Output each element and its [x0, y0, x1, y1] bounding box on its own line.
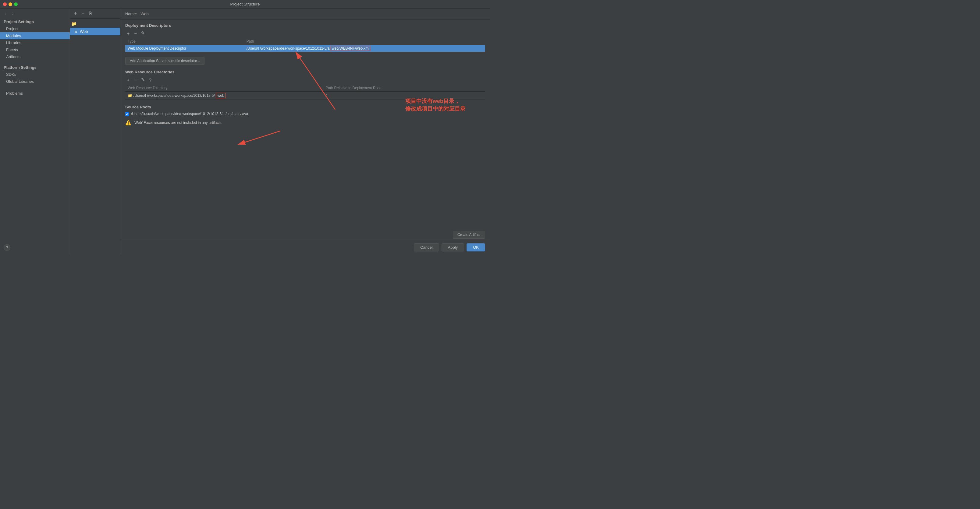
web-resource-dir-path: 📁 /Users/l /workspace/idea-workspace/101…	[125, 92, 323, 100]
sidebar-item-label: Facets	[6, 48, 18, 52]
edit-web-resource-button[interactable]: ✎	[140, 77, 146, 83]
warning-row: ⚠️ 'Web' Facet resources are not include…	[125, 120, 485, 125]
project-settings-header: Project Settings	[0, 18, 70, 25]
main-layout: ‹ › Project Settings Project Modules Lib…	[0, 8, 490, 255]
path-part2: /workspace/idea-workspace/1012/1012-5/a	[260, 46, 330, 51]
module-folder-item[interactable]: 📁	[70, 20, 120, 28]
module-item-label: Web	[80, 29, 88, 34]
wr-path-part2: /workspace/idea-workspace/1012/1012-5/	[147, 94, 215, 98]
forward-button[interactable]: ›	[10, 10, 16, 16]
maximize-button[interactable]	[14, 2, 18, 6]
title-bar: Project Structure	[0, 0, 490, 8]
deployment-table: Type Path Web Module Deployment Descript…	[125, 38, 485, 52]
web-resource-toolbar: + − ✎ ?	[125, 77, 485, 83]
add-web-resource-button[interactable]: +	[125, 77, 131, 83]
warning-text: 'Web' Facet resources are not included i…	[134, 121, 221, 125]
sidebar-item-label: Problems	[6, 91, 23, 95]
content-area: Name: Web Deployment Descriptors + − ✎ T…	[120, 8, 490, 255]
add-descriptor-button[interactable]: +	[125, 30, 131, 36]
source-roots-title: Source Roots	[125, 105, 485, 109]
name-label: Name:	[125, 11, 137, 16]
table-row[interactable]: Web Module Deployment Descriptor /Users/…	[125, 45, 485, 52]
web-resource-title: Web Resource Directories	[125, 70, 485, 74]
sidebar-item-project[interactable]: Project	[0, 25, 70, 32]
sidebar-item-label: Global Libraries	[6, 79, 34, 84]
source-root-checkbox[interactable]	[125, 112, 129, 116]
remove-module-button[interactable]: −	[80, 10, 86, 16]
close-button[interactable]	[3, 2, 7, 6]
source-root-row: /Users/liusuxia/workspace/idea-workspace…	[125, 112, 485, 116]
web-relative-path: /	[323, 92, 485, 100]
source-roots-section: Source Roots /Users/liusuxia/workspace/i…	[125, 105, 485, 116]
sidebar-item-label: SDKs	[6, 72, 16, 77]
sidebar-item-facets[interactable]: Facets	[0, 46, 70, 53]
module-panel: + − ⎘ 📁 W Web	[70, 8, 120, 255]
sidebar-item-label: Modules	[6, 33, 21, 38]
col-path-relative: Path Relative to Deployment Root	[323, 85, 485, 92]
deployment-descriptors-title: Deployment Descriptors	[125, 23, 485, 28]
edit-descriptor-button[interactable]: ✎	[140, 30, 146, 36]
window-controls	[3, 2, 18, 6]
wr-path-part1: /Users/l	[134, 94, 146, 98]
help-web-resource-button[interactable]: ?	[147, 77, 153, 83]
back-button[interactable]: ‹	[2, 10, 8, 16]
sidebar-item-artifacts[interactable]: Artifacts	[0, 53, 70, 60]
sidebar-item-sdks[interactable]: SDKs	[0, 71, 70, 78]
wr-path-part3-highlighted: web	[216, 93, 226, 98]
minimize-button[interactable]	[8, 2, 12, 6]
col-path: Path	[244, 38, 485, 45]
nav-toolbar: ‹ ›	[0, 8, 70, 18]
web-module-icon: W	[74, 30, 78, 34]
sidebar-item-libraries[interactable]: Libraries	[0, 39, 70, 46]
sidebar-item-modules[interactable]: Modules	[0, 32, 70, 39]
path-part1: /Users/l	[247, 46, 259, 51]
module-toolbar: + − ⎘	[70, 8, 120, 19]
bottom-bar: Cancel Apply OK	[120, 240, 490, 255]
apply-button[interactable]: Apply	[442, 243, 465, 251]
descriptor-path: /Users/l /workspace/idea-workspace/1012/…	[244, 45, 485, 52]
web-resource-table: Web Resource Directory Path Relative to …	[125, 85, 485, 100]
source-root-path: /Users/liusuxia/workspace/idea-workspace…	[131, 112, 248, 116]
cancel-button[interactable]: Cancel	[414, 243, 439, 251]
sidebar-item-problems[interactable]: Problems	[0, 90, 70, 97]
add-module-button[interactable]: +	[73, 10, 79, 16]
sidebar-item-label: Artifacts	[6, 54, 21, 59]
warning-icon: ⚠️	[125, 120, 131, 125]
ok-button[interactable]: OK	[466, 243, 485, 251]
sidebar-item-label: Project	[6, 27, 18, 31]
add-app-server-descriptor-button[interactable]: Add Application Server specific descript…	[125, 57, 204, 65]
copy-module-button[interactable]: ⎘	[87, 10, 93, 16]
sidebar-item-label: Libraries	[6, 41, 21, 45]
remove-web-resource-button[interactable]: −	[132, 77, 138, 83]
table-row[interactable]: 📁 /Users/l /workspace/idea-workspace/101…	[125, 92, 485, 100]
folder-icon: 📁	[71, 21, 76, 26]
module-item-web[interactable]: W Web	[70, 28, 120, 35]
col-web-resource-dir: Web Resource Directory	[125, 85, 323, 92]
name-value: Web	[140, 11, 149, 16]
create-artifact-button[interactable]: Create Artifact	[453, 231, 485, 239]
descriptor-type: Web Module Deployment Descriptor	[125, 45, 244, 52]
sidebar: ‹ › Project Settings Project Modules Lib…	[0, 8, 70, 255]
content-scroll: Deployment Descriptors + − ✎ Type Path W…	[120, 19, 490, 240]
sidebar-item-global-libraries[interactable]: Global Libraries	[0, 78, 70, 85]
platform-settings-header: Platform Settings	[0, 64, 70, 71]
col-type: Type	[125, 38, 244, 45]
remove-descriptor-button[interactable]: −	[132, 30, 138, 36]
help-button[interactable]: ?	[4, 244, 10, 251]
window-title: Project Structure	[231, 2, 260, 6]
folder-icon: 📁	[128, 94, 132, 98]
path-part3-highlighted: web/WEB-INF/web.xml	[331, 46, 371, 51]
module-list: 📁 W Web	[70, 19, 120, 255]
deployment-toolbar: + − ✎	[125, 30, 485, 36]
name-row: Name: Web	[120, 8, 490, 19]
